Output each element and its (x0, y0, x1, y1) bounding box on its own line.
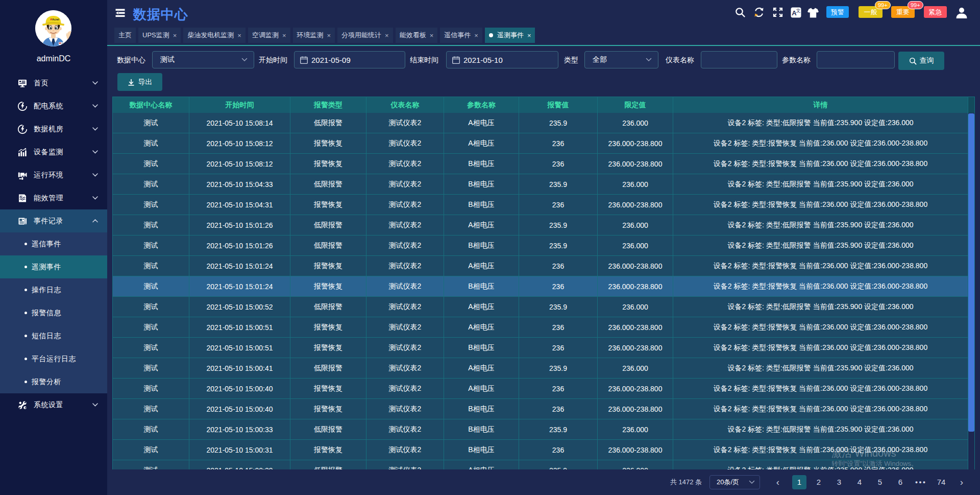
svg-text:Acrel: Acrel (52, 18, 59, 21)
svg-text:文: 文 (796, 8, 801, 13)
